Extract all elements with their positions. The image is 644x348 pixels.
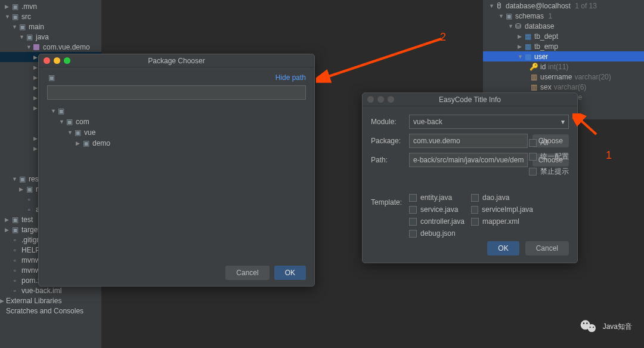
package-tree-item[interactable]: ▼▣com	[47, 116, 306, 127]
minimize-button[interactable]	[54, 57, 60, 64]
package-tree-item[interactable]: ▼▣	[47, 106, 306, 116]
db-column[interactable]: 🔑idint(11)	[483, 61, 644, 72]
maximize-button[interactable]	[64, 57, 70, 64]
tree-item[interactable]: ▼com.vue.demo	[0, 42, 101, 52]
new-folder-icon[interactable]: ▣	[47, 73, 55, 82]
db-table[interactable]: ▶▦tb_emp	[483, 41, 644, 51]
annotation-arrow-2	[316, 36, 453, 84]
option-checkbox[interactable]: 禁止提示	[529, 167, 569, 177]
dialog-titlebar: EasyCode Title Info	[363, 93, 577, 106]
option-checkbox[interactable]: 统一配置	[529, 152, 569, 162]
external-libraries[interactable]: ▶External Libraries	[0, 295, 101, 306]
db-column[interactable]: ▥sexvarchar(6)	[483, 82, 644, 92]
dialog-titlebar: Package Chooser	[39, 54, 314, 67]
ok-button[interactable]: OK	[487, 241, 519, 255]
svg-line-0	[325, 39, 441, 78]
tree-item[interactable]: ▼▣src	[0, 11, 101, 21]
package-tree-item[interactable]: ▶▣demo	[47, 138, 306, 149]
db-database[interactable]: ▼⛁database	[483, 21, 644, 31]
maximize-button[interactable]	[388, 96, 394, 103]
module-select[interactable]: vue-back▾	[409, 115, 569, 129]
annotation-1: 1	[606, 149, 612, 162]
path-label: Path:	[371, 156, 409, 164]
package-chooser-dialog: Package Chooser ▣ Hide path ▼▣▼▣com▼▣vue…	[38, 54, 315, 287]
easycode-dialog: EasyCode Title Info Module: vue-back▾ Pa…	[362, 93, 578, 263]
svg-point-4	[583, 322, 584, 324]
template-checkbox[interactable]: controller.java	[409, 217, 471, 226]
cancel-button[interactable]: Cancel	[225, 266, 269, 280]
package-tree[interactable]: ▼▣▼▣com▼▣vue▶▣demo	[47, 103, 306, 252]
svg-point-5	[586, 322, 588, 324]
template-checkbox[interactable]: serviceImpl.java	[471, 205, 533, 214]
db-column[interactable]: ▥usernamevarchar(20)	[483, 72, 644, 82]
close-button[interactable]	[44, 57, 50, 64]
annotation-2: 2	[440, 31, 446, 44]
template-checkbox[interactable]: service.java	[409, 205, 471, 214]
tree-item[interactable]: ▶▣.mvn	[0, 1, 101, 11]
svg-point-6	[589, 327, 590, 328]
watermark: Java知音	[579, 317, 632, 336]
dialog-title: Package Chooser	[148, 57, 205, 65]
template-checkbox[interactable]: entity.java	[409, 193, 471, 202]
minimize-button[interactable]	[377, 96, 384, 103]
package-input[interactable]	[409, 134, 528, 148]
package-path-input[interactable]	[47, 85, 306, 100]
scratches-consoles[interactable]: Scratches and Consoles	[0, 306, 101, 316]
wechat-icon	[579, 317, 598, 336]
package-tree-item[interactable]: ▼▣vue	[47, 127, 306, 138]
template-checkbox[interactable]: mapper.xml	[471, 217, 533, 226]
dialog-title: EasyCode Title Info	[439, 96, 501, 104]
svg-point-7	[593, 327, 594, 328]
module-label: Module:	[371, 118, 409, 126]
tree-item[interactable]: ▫vue-back.iml	[0, 285, 101, 295]
tree-item[interactable]: ▼▣java	[0, 32, 101, 42]
template-checkbox[interactable]: debug.json	[409, 229, 471, 238]
ok-button[interactable]: OK	[274, 266, 306, 280]
option-checkbox[interactable]: All	[529, 138, 569, 147]
close-button[interactable]	[367, 96, 374, 103]
db-table[interactable]: ▼▦user	[483, 51, 644, 61]
hide-path-link[interactable]: Hide path	[275, 73, 306, 82]
tree-item[interactable]: ▼▣main	[0, 21, 101, 32]
package-label: Package:	[371, 137, 409, 145]
chevron-down-icon: ▾	[561, 118, 565, 126]
path-input[interactable]	[409, 153, 528, 167]
db-table[interactable]: ▶▦tb_dept	[483, 31, 644, 41]
template-checkbox[interactable]: dao.java	[471, 193, 533, 202]
db-schemas[interactable]: ▼▣schemas 1	[483, 11, 644, 21]
svg-point-3	[587, 324, 595, 332]
cancel-button[interactable]: Cancel	[525, 241, 569, 255]
db-root[interactable]: ▼🛢database@localhost 1 of 13	[483, 1, 644, 11]
template-label: Template:	[371, 198, 409, 207]
